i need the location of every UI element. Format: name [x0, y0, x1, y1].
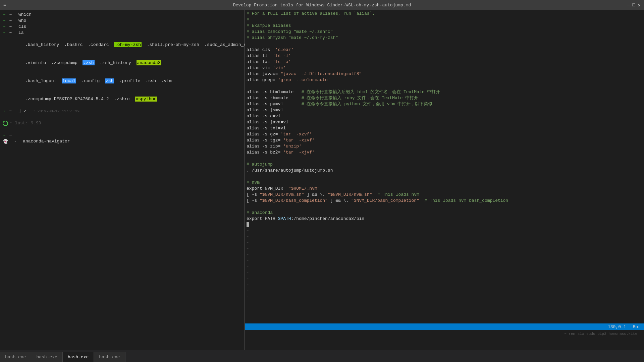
vim-line [247, 204, 642, 210]
title-text: Develop Promotion tools for Windows Cind… [233, 3, 411, 8]
ls-output-1: .bash_history .bashrc .condarc .oh-my-zs… [3, 36, 242, 54]
minimize-button[interactable]: ─ [627, 2, 630, 8]
vim-tilde: ~ [247, 234, 642, 240]
blank-line [3, 114, 242, 120]
vim-line: alias javac= "javac -J-Dfile.encoding=ut… [247, 71, 642, 77]
window-controls: ─ □ ✕ [627, 2, 641, 8]
vim-line: [ -s "$NVM_DIR/nvm.sh" ] && \. "$NVM_DIR… [247, 192, 642, 198]
tilde: ~ [7, 132, 14, 138]
tilde: ~ [7, 18, 14, 24]
loading-icon [3, 121, 8, 126]
tab-label-1: bash.exe [5, 355, 26, 360]
vim-content: # For a full list of active aliases, run… [245, 10, 644, 301]
arrow-icon: → [3, 18, 5, 24]
vim-tilde: ~ [247, 240, 642, 246]
title-bar: ≡ Develop Promotion tools for Windows Ci… [0, 0, 644, 10]
cmd: which [16, 12, 32, 18]
vim-line: alias vi= 'vim' [247, 65, 642, 71]
terminal-panel[interactable]: → ~ which → ~ who → ~ cls → ~ la .bash_h… [0, 10, 245, 350]
tab-row: bash.exe bash.exe bash.exe bash.exe [0, 350, 644, 362]
tab-1[interactable]: bash.exe [0, 352, 31, 362]
terminal-line-spinner: ↑ last: 9.99 [3, 120, 242, 126]
tilde: ~ [11, 138, 19, 144]
close-button[interactable]: ✕ [638, 2, 641, 8]
arrow-icon: → [3, 132, 5, 138]
tab-2[interactable]: bash.exe [31, 352, 62, 362]
vim-position: 130,0-1 [608, 324, 626, 329]
vim-line: # For a full list of active aliases, run… [247, 11, 642, 17]
arrow-icon: → [3, 108, 5, 114]
tilde: ~ [7, 108, 14, 114]
vim-line: . /usr/share/autojump/autojump.sh [247, 168, 642, 174]
vim-tilde: ~ [247, 276, 642, 282]
terminal-line: → ~ cls [3, 24, 242, 30]
tab-label-4: bash.exe [99, 355, 120, 360]
maximize-button[interactable]: □ [632, 2, 635, 8]
vim-line: # alias ohmyzsh="mate ~/.oh-my-zsh" [247, 35, 642, 41]
cmd: cls [16, 24, 26, 30]
cmd: anaconda-navigator [20, 138, 70, 144]
tab-label-3: bash.exe [68, 355, 89, 360]
vim-tilde: ~ [247, 228, 642, 234]
vim-line: # [247, 17, 642, 23]
vim-line: alias ll= 'ls -l' [247, 53, 642, 59]
terminal-line: → ~ who [3, 18, 242, 24]
vim-mode: Bot [633, 324, 641, 329]
vim-tilde: ~ [247, 246, 642, 252]
vim-statusline: 130,0-1 Bot [245, 323, 644, 330]
vim-tilde: ~ [247, 288, 642, 294]
cmd: who [16, 18, 26, 24]
vim-line: # autojump [247, 162, 642, 168]
cmd: j z [16, 108, 26, 114]
vim-line: # anaconda [247, 210, 642, 216]
ls-output-3: .bash_logout local .config zsh .profile … [3, 72, 242, 90]
arrow-icon: → [3, 30, 5, 36]
blank-line-2 [3, 126, 242, 132]
arrow-icon: → [3, 12, 5, 18]
vim-line: alias -s txt=vi [247, 125, 642, 131]
tilde: ~ [7, 24, 14, 30]
vim-hint: ~ rem-s1x sudo pip3 homonasc.kite [564, 331, 637, 337]
vim-line [247, 83, 642, 89]
vim-tilde: ~ [247, 270, 642, 276]
vim-line [247, 41, 642, 47]
vim-line: [ -s "$NVM_DIR/bash_completion" ] && \. … [247, 198, 642, 204]
vim-line: alias -s java=vi [247, 119, 642, 125]
terminal-line-empty: → ~ [3, 132, 242, 138]
vim-tilde: ~ [247, 252, 642, 258]
vim-line: alias -s py=vi # 在命令令直接输入 python 文件，会用 v… [247, 101, 642, 107]
cmd: la [16, 30, 23, 36]
vim-line: export NVM_DIR= "$HOME/.nvm" [247, 186, 642, 192]
vim-line: alias -s zip= 'unzip' [247, 143, 642, 149]
terminal-line: → ~ which [3, 12, 242, 18]
main-container: → ~ which → ~ who → ~ cls → ~ la .bash_h… [0, 10, 644, 350]
vim-line: # Example aliases [247, 23, 642, 29]
tilde: ~ [7, 30, 14, 36]
vim-line [247, 156, 642, 162]
ls-output-4: .zcompdump-DESKTOP-KP47604-5.4.2 .zshrc … [3, 90, 242, 108]
window-icon: ≡ [3, 3, 6, 8]
vim-tilde: ~ [247, 264, 642, 270]
vim-line: alias la= 'ls -a' [247, 59, 642, 65]
vim-line: alias -s bz2= 'tar -xjvf' [247, 149, 642, 156]
vim-line: export PATH=$PATH:/home/pinchen/anaconda… [247, 216, 642, 222]
vim-line: alias grep= 'grep --color=auto' [247, 77, 642, 83]
terminal-line: → ~ j z ↑ 2019-08-12 11:51:39 [3, 108, 242, 114]
tab-3[interactable]: bash.exe [63, 352, 94, 362]
vim-line: alias -s html=mate # 在命令行直接输入后缀为 html 的文… [247, 89, 642, 95]
vim-line [247, 174, 642, 180]
vim-line: alias -s c=vi [247, 113, 642, 119]
vim-editor-panel[interactable]: # For a full list of active aliases, run… [245, 10, 644, 350]
vim-tilde: ~ [247, 282, 642, 288]
vim-cursor-line [247, 222, 642, 228]
terminal-line-anaconda: 👻 ~ anaconda-navigator [3, 138, 242, 144]
vim-line: alias cls= 'clear' [247, 47, 642, 53]
tilde: ~ [7, 12, 14, 18]
combined-bottom: bash.exe bash.exe bash.exe bash.exe + ≡ … [0, 350, 644, 362]
tab-4[interactable]: bash.exe [94, 352, 125, 362]
vim-line: # nvm [247, 180, 642, 186]
arrow-icon: → [3, 24, 5, 30]
vim-tilde: ~ [247, 294, 642, 300]
vim-line: alias -s rb=mate # 在命令行直接输入 ruby 文件，会在 T… [247, 95, 642, 101]
tab-label-2: bash.exe [36, 355, 57, 360]
